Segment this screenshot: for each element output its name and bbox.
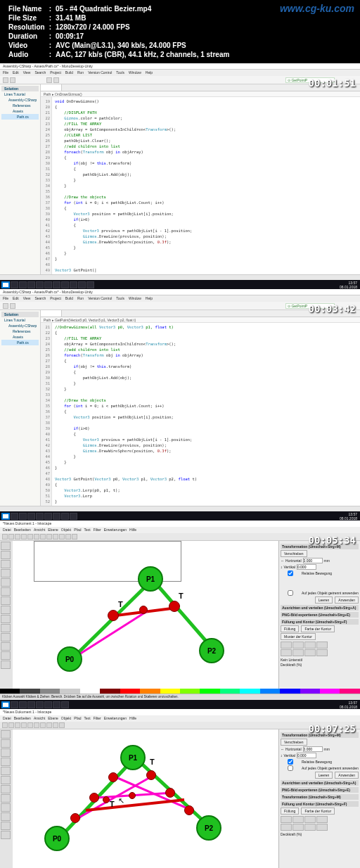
toolbar-config-button[interactable] (10, 303, 15, 309)
gfx-menubar[interactable]: Datei Bearbeiten Ansicht Ebene Objekt Pf… (0, 715, 360, 722)
tab-path[interactable]: Path.cs (41, 84, 62, 91)
tool-spiral-icon[interactable] (1, 776, 11, 784)
t-dot[interactable] (108, 772, 118, 782)
relative-checkbox[interactable] (281, 570, 300, 576)
fill-none-icon[interactable] (281, 816, 292, 823)
tree-root[interactable]: Lines Tutorial (1, 317, 39, 323)
menu-vcs[interactable]: Version Control (88, 70, 112, 75)
gmenu-text[interactable]: Text (84, 716, 91, 721)
tree-file-path[interactable]: Path.cs (1, 340, 39, 345)
menu-edit[interactable]: Edit (13, 296, 19, 301)
toolbtn[interactable] (59, 534, 65, 540)
fill-none-icon[interactable] (281, 642, 292, 649)
tree-assets[interactable]: Assets (1, 108, 39, 114)
toolbar-config-button[interactable] (10, 77, 15, 83)
taskbar-clock[interactable]: 13:5708.01.2018 (340, 701, 357, 709)
tree-assembly[interactable]: Assembly-CSharp (1, 97, 39, 103)
tool-pencil-icon[interactable] (1, 785, 11, 793)
menu-build[interactable]: Build (65, 296, 73, 301)
start-button[interactable] (1, 701, 10, 708)
toolbtn[interactable] (15, 534, 20, 540)
menu-project[interactable]: Project (50, 70, 61, 75)
fill-flat-icon[interactable] (292, 816, 304, 823)
vertical-input[interactable] (297, 564, 316, 570)
code-content[interactable]: void OnDrawGizmos() { //DISPLAY PATH Giz… (52, 97, 360, 274)
gmenu-object[interactable]: Objekt (61, 716, 71, 721)
gmenu-file[interactable]: Datei (3, 528, 11, 532)
gmenu-view[interactable]: Ansicht (34, 528, 45, 532)
node-p2[interactable]: P2 (196, 815, 221, 841)
fill-unknown-icon[interactable] (304, 649, 316, 656)
taskbar-app-icon[interactable] (61, 281, 69, 288)
toolbtn[interactable] (15, 722, 20, 728)
gmenu-ext[interactable]: Erweiterungen (104, 528, 127, 532)
gmenu-filter[interactable]: Filter (94, 528, 101, 532)
tree-assembly[interactable]: Assembly-CSharp (1, 323, 39, 328)
gmenu-ext[interactable]: Erweiterungen (104, 716, 127, 721)
node-p1[interactable]: P1 (120, 745, 146, 770)
fill-swatch-icon[interactable] (292, 649, 304, 656)
toolbtn[interactable] (40, 722, 46, 728)
code-content[interactable]: //OnDrawGizmos(all Vector3 p0, Vector3 p… (52, 323, 360, 506)
menu-search[interactable]: Search (34, 70, 46, 75)
gmenu-object[interactable]: Objekt (61, 528, 71, 532)
tree-file-path[interactable]: Path.cs (1, 114, 39, 120)
gmenu-view[interactable]: Ansicht (34, 716, 45, 721)
toolbtn[interactable] (40, 534, 46, 540)
taskbar-app-icon[interactable] (36, 513, 44, 520)
gmenu-help[interactable]: Hilfe (129, 528, 136, 532)
node-p0[interactable]: P0 (44, 826, 70, 851)
toolbtn[interactable] (21, 722, 27, 728)
menu-view[interactable]: View (23, 70, 31, 75)
taskbar-search-icon[interactable] (11, 281, 18, 288)
lerp-result-dot[interactable] (139, 606, 148, 614)
fill-unset-icon[interactable] (316, 649, 328, 656)
node-p0[interactable]: P0 (57, 646, 82, 672)
toolbtn[interactable] (21, 534, 27, 540)
gmenu-path[interactable]: Pfad (74, 716, 81, 721)
node-p2[interactable]: P2 (199, 638, 224, 663)
tool-rect-icon[interactable] (1, 560, 11, 568)
t-point-2[interactable] (169, 601, 180, 612)
taskbar-app-icon[interactable] (27, 513, 35, 520)
taskbar-app-icon[interactable] (53, 281, 60, 288)
menu-project[interactable]: Project (50, 296, 61, 301)
tool-text-icon[interactable] (1, 624, 11, 632)
menu-help[interactable]: Help (146, 70, 153, 75)
tool-spiral-icon[interactable] (1, 587, 11, 596)
tool-gradient-icon[interactable] (1, 812, 11, 821)
toolbar-nav-fwd[interactable] (53, 77, 59, 83)
tool-bezier-icon[interactable] (1, 606, 11, 614)
toolbar-nav-back[interactable] (46, 77, 52, 83)
breadcrumb[interactable]: Path ▸ GetPoint(Vector3 p0, Vector3 p1, … (41, 317, 360, 323)
windows-taskbar-2[interactable]: 13:5708.01.2018 (0, 511, 360, 521)
taskbar-app-icon[interactable] (19, 281, 27, 288)
gmenu-path[interactable]: Pfad (74, 528, 81, 532)
fill-rgrad-icon[interactable] (316, 642, 328, 649)
gmenu-edit[interactable]: Bearbeiten (14, 528, 31, 532)
toolbtn[interactable] (53, 534, 58, 540)
fill-flat-icon[interactable] (292, 642, 304, 649)
sect-png[interactable]: PNG-Bild exportieren (Umschalt+Strg+E) (281, 612, 359, 618)
tree-root[interactable]: Lines Tutorial (1, 91, 39, 97)
toolbtn[interactable] (27, 722, 33, 728)
tool-bezier-icon[interactable] (1, 794, 11, 803)
fill-pattern-icon[interactable] (281, 824, 292, 831)
menu-tools[interactable]: Tools (116, 70, 124, 75)
tool-dropper-icon[interactable] (1, 642, 11, 651)
taskbar-app-icon[interactable] (53, 513, 60, 520)
t-dot[interactable] (89, 793, 99, 803)
tab-move[interactable]: Verschieben (281, 739, 307, 746)
fill-swatch-icon[interactable] (292, 824, 304, 831)
t-dot[interactable] (70, 813, 80, 823)
taskbar-app-icon[interactable] (44, 701, 52, 708)
tool-node-icon[interactable] (1, 551, 11, 559)
tool-select-icon[interactable] (1, 542, 11, 550)
solution-explorer[interactable]: Solution Lines Tutorial Assembly-CSharp … (0, 310, 41, 506)
menu-window[interactable]: Window (129, 70, 141, 75)
t-dot[interactable] (165, 788, 175, 798)
horizontal-input[interactable] (303, 746, 323, 752)
tool-dropper-icon[interactable] (1, 822, 11, 830)
menu-search[interactable]: Search (34, 296, 46, 301)
canvas[interactable]: P0 P1 P2 T T ↖ (13, 729, 278, 868)
